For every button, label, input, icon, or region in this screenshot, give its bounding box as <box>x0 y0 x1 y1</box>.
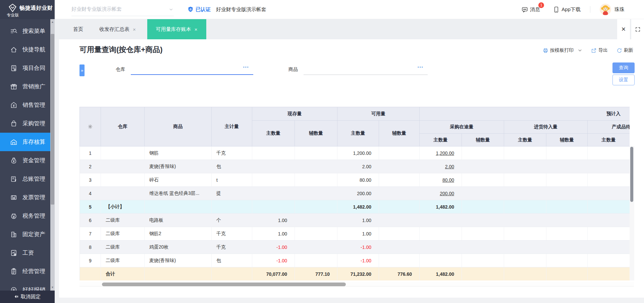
sidebar-item-ledger[interactable]: 总账管理 <box>0 170 50 188</box>
transit-aux-cell <box>462 227 504 241</box>
sidebar-item-inventory[interactable]: 库存核算 <box>0 133 50 151</box>
transit-main-cell[interactable]: 2.00 <box>420 160 462 173</box>
inbound-main-cell <box>504 173 546 187</box>
vertical-scroll-thumb[interactable] <box>630 147 633 202</box>
unit-cell: 包 <box>212 160 252 173</box>
tab-document-1[interactable]: 收发存汇总表× <box>99 19 136 39</box>
avatar[interactable] <box>600 4 611 15</box>
current-main-cell <box>252 200 295 214</box>
sidebar-item-building[interactable]: 固定资产 <box>0 225 50 244</box>
export-button[interactable]: 导出 <box>591 47 608 53</box>
sidebar-item-label: 税务管理 <box>22 212 45 220</box>
sidebar-item-home[interactable]: 快捷导航 <box>0 40 50 59</box>
horizontal-scroll-thumb[interactable] <box>102 283 346 286</box>
inbound-main-cell <box>504 160 546 173</box>
inbound-main-cell <box>504 227 546 241</box>
row-number: 4 <box>80 187 101 200</box>
tab-document-2[interactable]: 可用量库存账本× <box>147 19 206 39</box>
warehouse-input[interactable] <box>131 63 253 75</box>
app-download-button[interactable]: App下载 <box>553 6 581 13</box>
available-main-cell: 1,482.00 <box>337 200 379 214</box>
available-aux-cell <box>379 214 420 227</box>
transit-main-cell[interactable]: 80.00 <box>420 173 462 187</box>
print-by-template-button[interactable]: 按模板打印 <box>543 47 574 53</box>
column-settings-header[interactable] <box>80 107 101 146</box>
sidebar-item-search[interactable]: 搜索菜单 <box>0 22 50 40</box>
settings-button[interactable]: 设置 <box>612 75 635 85</box>
table-row[interactable]: 1钢筋千克1,200.001,200.00 <box>80 146 630 160</box>
current-main-cell <box>252 146 295 160</box>
account-select[interactable]: 好业财专业版演示帐套 <box>71 3 174 16</box>
sidebar-item-funds[interactable]: 资金管理 <box>0 151 50 170</box>
sidebar-scroll-thumb[interactable] <box>51 34 54 205</box>
available-aux-cell <box>379 200 420 214</box>
scroll-down-icon[interactable]: ▼ <box>50 285 55 290</box>
subtotal-row[interactable]: 5【小计】1,482.001,482.00 <box>80 200 630 214</box>
warehouse-more-button[interactable]: ⋯ <box>243 63 249 71</box>
query-button[interactable]: 查询 <box>612 62 635 73</box>
unpin-sidebar-button[interactable]: 取消固定 <box>0 291 55 303</box>
sidebar-item-sales[interactable]: 销售管理 <box>0 96 50 114</box>
account-select-value: 好业财专业版演示帐套 <box>71 6 122 12</box>
print-dropdown-chevron-icon[interactable] <box>578 48 582 53</box>
available-aux-cell <box>379 173 420 187</box>
table-row[interactable]: 9二级库麦烧(香辣味)包-1.00-1.00 <box>80 254 630 267</box>
fullscreen-button[interactable] <box>631 19 644 39</box>
filter-expander-button[interactable]: » <box>79 64 85 76</box>
table-row[interactable]: 8二级库鸡蛋20枚千克-1.00-1.00 <box>80 241 630 254</box>
finished-main-cell <box>588 227 630 241</box>
inbound-aux-cell <box>546 241 588 254</box>
product-more-button[interactable]: ⋯ <box>417 63 423 71</box>
user-name[interactable]: 珠珠 <box>614 6 625 13</box>
table-row[interactable]: 3碎石t80.0080.00 <box>80 173 630 187</box>
sidebar-item-gift[interactable]: 营销推广 <box>0 77 50 96</box>
transit-main-cell[interactable]: 1,200.00 <box>420 146 462 160</box>
account-name: 好业财专业版演示帐套 <box>216 6 266 13</box>
finished-main-cell <box>588 173 630 187</box>
product-cell: 麦烧(香辣味) <box>145 160 212 173</box>
finished-main-cell <box>588 241 630 254</box>
brand-logo-icon <box>8 3 17 12</box>
contract-icon <box>10 64 22 72</box>
topbar: 好业财专业版演示帐套 企 已认证 好业财专业版演示帐套 消息 1 App下载 <box>55 0 644 19</box>
logo: 畅捷通好业财 专业版 <box>0 0 55 19</box>
tab-close-icon[interactable]: × <box>133 27 136 32</box>
warehouse-cell <box>101 187 145 200</box>
transit-aux-cell <box>462 173 504 187</box>
table-row[interactable]: 7二级库钢筋2千克1.001.00 <box>80 227 630 241</box>
transit-aux-cell <box>462 254 504 267</box>
refresh-button[interactable]: 刷新 <box>616 47 633 53</box>
tab-close-icon[interactable]: × <box>195 27 198 32</box>
sidebar-item-purchase[interactable]: 采购管理 <box>0 114 50 133</box>
table-row[interactable]: 6二级库电路板个1.001.00 <box>80 214 630 227</box>
tab-home[interactable]: 首页 <box>73 19 83 39</box>
inbound-aux-cell <box>546 227 588 241</box>
table-row[interactable]: 4维达卷纸 蓝色经典3层...提200.00200.00 <box>80 187 630 200</box>
sidebar-item-tax[interactable]: 税务管理 <box>0 207 50 225</box>
sidebar-item-label: 工资 <box>22 249 34 257</box>
total-row[interactable]: 合计70,077.00777.1071,232.00776.601,482.00 <box>80 267 630 281</box>
current-main-cell <box>252 160 295 173</box>
table-row[interactable]: 2麦烧(香辣味)包2.002.00 <box>80 160 630 173</box>
transit-main-cell[interactable]: 200.00 <box>420 187 462 200</box>
warehouse-cell: 二级库 <box>101 214 145 227</box>
product-input[interactable] <box>304 63 428 75</box>
sidebar-item-invoice[interactable]: 发票管理 <box>0 188 50 207</box>
transit-aux-cell <box>462 187 504 200</box>
available-main-cell: 1,200.00 <box>337 146 379 160</box>
sidebar-item-clipboard[interactable]: 经营管理 <box>0 262 50 280</box>
inbound-aux-cell <box>546 200 588 214</box>
sidebar-item-misc[interactable]: 好好报销 <box>0 280 50 291</box>
finished-main-cell <box>588 160 630 173</box>
sidebar-item-contract[interactable]: 项目合同 <box>0 59 50 77</box>
finished-main-cell <box>588 254 630 267</box>
scroll-up-icon[interactable]: ▲ <box>50 20 55 25</box>
close-tabs-button[interactable]: × <box>617 19 630 39</box>
header-aux-qty: 辅数量 <box>546 134 588 146</box>
sidebar-item-salary[interactable]: 工资 <box>0 244 50 262</box>
sidebar-item-label: 快捷导航 <box>22 46 45 53</box>
messages-button[interactable]: 消息 1 <box>521 6 540 13</box>
gear-icon <box>88 124 93 129</box>
sidebar-scrollbar[interactable]: ▲ ▼ <box>50 19 55 291</box>
current-aux-cell <box>295 160 337 173</box>
